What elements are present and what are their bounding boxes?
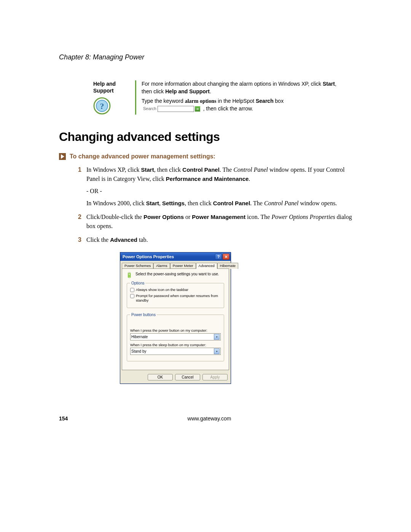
checkbox-prompt-password[interactable]: Prompt for password when computer resume…	[130, 294, 221, 303]
power-options-dialog: Power Options Properties ? ✕ Power Schem…	[120, 252, 231, 384]
sleep-button-select[interactable]: Stand by▾	[130, 348, 221, 355]
tab-hibernate[interactable]: Hibernate	[217, 263, 238, 269]
chapter-header: Chapter 8: Managing Power	[59, 53, 360, 61]
search-label: Search	[143, 106, 156, 112]
sleep-button-label: When I press the sleep button on my comp…	[130, 343, 221, 347]
power-button-label: When I press the power button on my comp…	[130, 328, 221, 332]
procedure-steps: 1 In Windows XP, click Start, then click…	[78, 165, 360, 244]
tab-power-schemes[interactable]: Power Schemes	[122, 263, 153, 269]
section-heading: Changing advanced settings	[59, 130, 360, 144]
ok-button[interactable]: OK	[148, 374, 173, 380]
step-3: 3 Click the Advanced tab.	[78, 235, 360, 244]
chevron-down-icon: ▾	[214, 334, 220, 340]
chevron-down-icon: ▾	[214, 348, 220, 354]
help-body: For more information about changing the …	[142, 80, 341, 115]
tab-alarms[interactable]: Alarms	[153, 263, 170, 269]
tab-strip: Power Schemes Alarms Power Meter Advance…	[120, 261, 231, 268]
battery-icon: 🔋	[126, 272, 132, 278]
panel-intro: Select the power-saving settings you wan…	[135, 272, 219, 276]
close-icon[interactable]: ✕	[223, 254, 229, 260]
options-legend: Options	[130, 281, 145, 285]
power-buttons-legend: Power buttons	[130, 313, 157, 317]
footer-url: www.gateway.com	[59, 415, 360, 422]
cancel-button[interactable]: Cancel	[175, 374, 200, 380]
checkbox-show-icon[interactable]: Always show icon on the taskbar	[130, 288, 221, 292]
tab-advanced[interactable]: Advanced	[196, 263, 217, 269]
help-icon: ?	[93, 97, 131, 115]
help-button-icon[interactable]: ?	[215, 254, 222, 260]
dialog-title: Power Options Properties	[123, 254, 174, 259]
dialog-button-row: OK Cancel Apply	[120, 372, 231, 383]
step-2: 2 Click/Double-click the Power Options o…	[78, 212, 360, 231]
procedure-title: To change advanced power management sett…	[70, 153, 215, 160]
help-and-support-callout: Help and Support ? For more information …	[93, 80, 341, 115]
help-label: Help and Support	[93, 80, 131, 94]
checkbox-input[interactable]	[130, 288, 134, 292]
checkbox-input[interactable]	[130, 294, 134, 298]
tab-power-meter[interactable]: Power Meter	[170, 263, 196, 269]
apply-button[interactable]: Apply	[202, 374, 228, 380]
search-input[interactable]	[158, 106, 194, 112]
dialog-titlebar: Power Options Properties ? ✕	[120, 252, 231, 261]
svg-text:?: ?	[100, 101, 104, 111]
tab-panel-advanced: 🔋 Select the power-saving settings you w…	[122, 268, 229, 370]
options-group: Options Always show icon on the taskbar …	[127, 281, 224, 308]
power-buttons-group: Power buttons When I press the power but…	[127, 313, 224, 361]
step-1: 1 In Windows XP, click Start, then click…	[78, 165, 360, 208]
helpspot-search-widget: Search ➔	[143, 106, 200, 112]
page-footer: 154 www.gateway.com	[59, 415, 360, 422]
procedure-arrow-icon	[59, 153, 66, 160]
power-button-select[interactable]: Hibernate▾	[130, 333, 221, 340]
or-separator: - OR -	[86, 187, 360, 196]
arrow-go-icon[interactable]: ➔	[195, 106, 200, 112]
